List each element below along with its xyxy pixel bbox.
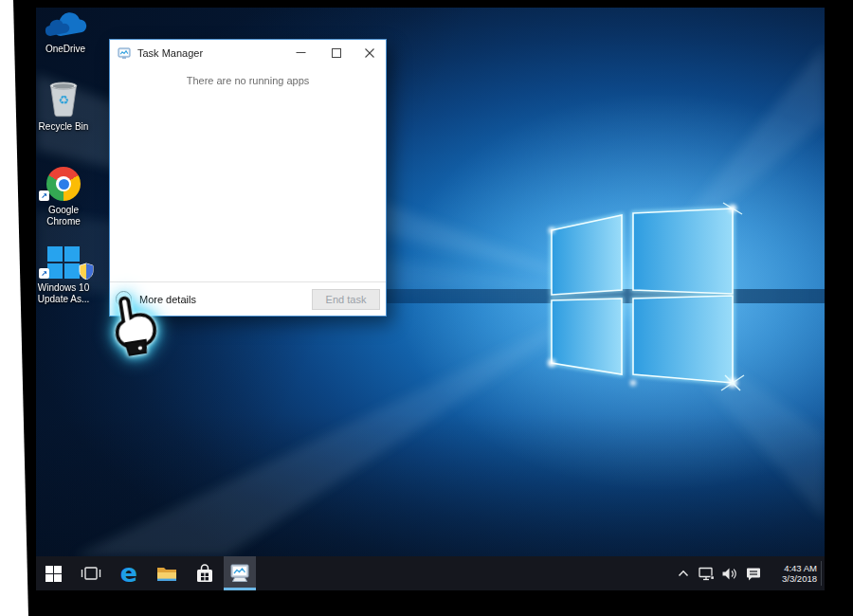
- file-explorer-button[interactable]: [154, 560, 180, 587]
- desktop-icon-onedrive[interactable]: OneDrive: [36, 8, 101, 55]
- clock-time: 4:43 AM: [768, 563, 817, 574]
- hidden-icons-chevron-button[interactable]: [675, 556, 692, 590]
- desktop-icon-label: Windows 10 Update As...: [36, 282, 94, 305]
- desktop-icon-label: OneDrive: [36, 44, 101, 55]
- windows-flag-icon: [47, 246, 80, 279]
- action-center-icon: [746, 567, 761, 581]
- show-desktop-button[interactable]: [821, 561, 825, 586]
- taskbar: e: [36, 556, 825, 590]
- close-button[interactable]: [354, 40, 386, 65]
- file-explorer-icon: [156, 565, 177, 582]
- start-icon: [45, 566, 62, 582]
- chevron-up-icon: [678, 570, 689, 577]
- network-tray-button[interactable]: [696, 556, 717, 590]
- task-manager-taskbar-button[interactable]: [224, 556, 256, 590]
- screenshot-stage: OneDrive ♻ Recycle Bin ↗ Google Chrome: [0, 0, 853, 616]
- desktop-icon-recycle-bin[interactable]: ♻ Recycle Bin: [36, 78, 100, 133]
- minimize-button[interactable]: [283, 40, 318, 65]
- taskbar-clock[interactable]: 4:43 AM 3/3/2018: [768, 556, 817, 590]
- shield-icon: [79, 263, 94, 280]
- window-controls: [283, 40, 386, 65]
- action-center-button[interactable]: [743, 556, 764, 590]
- volume-tray-button[interactable]: [718, 556, 739, 590]
- shortcut-arrow-icon: ↗: [39, 190, 49, 201]
- windows-desktop: OneDrive ♻ Recycle Bin ↗ Google Chrome: [36, 8, 825, 590]
- pointing-hand-cursor-icon: [96, 287, 166, 362]
- shortcut-arrow-icon: ↗: [39, 268, 49, 279]
- desktop-icon-label: Recycle Bin: [36, 121, 100, 133]
- task-manager-app-icon: [118, 46, 131, 60]
- title-bar[interactable]: Task Manager: [110, 40, 386, 65]
- task-view-icon: [81, 566, 101, 581]
- clock-date: 3/3/2018: [768, 573, 817, 585]
- maximize-icon: [332, 48, 341, 58]
- active-app-indicator: [224, 588, 256, 590]
- chrome-icon: [46, 167, 81, 201]
- close-icon: [365, 48, 374, 58]
- minimize-icon: [296, 47, 306, 58]
- end-task-button[interactable]: End task: [312, 289, 380, 310]
- speaker-icon: [721, 567, 737, 581]
- recycle-symbol-icon: ♻: [36, 93, 100, 107]
- desktop-icon-windows-update-assistant[interactable]: ↗ Windows 10 Update As...: [36, 239, 100, 305]
- no-running-apps-message: There are no running apps: [110, 75, 386, 86]
- task-manager-window: Task Manager There a: [109, 39, 387, 317]
- desktop-icon-label: Google Chrome: [39, 205, 88, 227]
- task-manager-icon: [228, 563, 251, 584]
- store-button[interactable]: [191, 560, 218, 587]
- onedrive-cloud-icon: [44, 11, 87, 40]
- edge-button[interactable]: e: [116, 560, 142, 587]
- store-icon: [195, 563, 214, 584]
- desktop-icon-google-chrome[interactable]: ↗ Google Chrome: [36, 161, 100, 227]
- edge-icon: e: [120, 561, 137, 586]
- maximize-button[interactable]: [318, 40, 354, 65]
- window-title: Task Manager: [137, 47, 203, 59]
- task-view-button[interactable]: [78, 560, 104, 587]
- network-icon: [699, 567, 715, 581]
- start-button[interactable]: [40, 560, 66, 587]
